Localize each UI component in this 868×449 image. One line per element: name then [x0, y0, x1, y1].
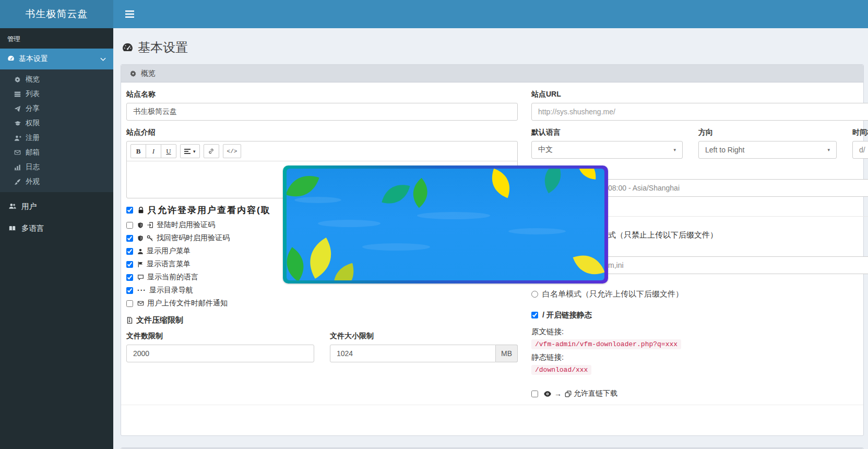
bold-button[interactable]: B	[130, 144, 146, 158]
sidebar-item-email[interactable]: 邮箱	[0, 145, 113, 160]
sidebar-item-multilang[interactable]: 多语言	[0, 218, 113, 238]
file-limits-row: 文件数限制 文件大小限制 MB	[126, 332, 518, 362]
time-format-label: 时间格式	[852, 128, 868, 137]
panel-title: 概览	[141, 69, 156, 78]
site-name-input[interactable]	[126, 103, 518, 121]
ellipsis-icon: ···	[137, 286, 146, 294]
sidebar-item-label: 多语言	[21, 223, 44, 233]
sidebar-item-basic-settings[interactable]: 基本设置	[0, 49, 113, 69]
hamburger-icon	[125, 10, 134, 18]
envelope-icon	[13, 149, 22, 156]
align-dropdown-button[interactable]: ▾	[180, 144, 200, 158]
shield-icon	[137, 222, 144, 229]
sidebar-submenu: 概览 列表 分享 权限 注册 邮箱 日志 外观	[0, 69, 113, 192]
file-size-input[interactable]	[330, 345, 496, 362]
file-count-input[interactable]	[126, 345, 314, 362]
whitelist-mode-row: 白名单模式（只允许上传以下后缀文件）	[531, 289, 868, 299]
selected-value: 08:00 - Asia/Shanghai	[608, 184, 868, 192]
option-label: 只允许登录用户查看内容(取	[148, 204, 271, 216]
default-lang-select[interactable]: 中文 ▾	[531, 141, 683, 159]
link-button[interactable]	[204, 144, 219, 158]
sidebar-toggle-button[interactable]	[121, 5, 138, 23]
whitelist-mode-radio[interactable]	[531, 291, 538, 298]
original-link-label: 原文链接:	[531, 327, 868, 337]
overview-panel-heading: 概览	[121, 65, 863, 82]
selected-value: 中文	[538, 145, 670, 155]
direction-select[interactable]: Left to Right ▾	[698, 141, 837, 159]
panel-footer-space	[121, 405, 863, 435]
current-lang-checkbox[interactable]	[126, 274, 133, 281]
breadcrumb-nav-checkbox[interactable]	[126, 287, 133, 294]
sidebar-item-users[interactable]: 用户	[0, 196, 113, 216]
top-navbar: 书生极简云盘	[0, 0, 868, 28]
sidebar-item-appearance[interactable]: 外观	[0, 174, 113, 189]
login-only-checkbox[interactable]	[126, 207, 133, 214]
file-count-label: 文件数限制	[126, 332, 314, 341]
option-label: 登陆时启用验证码	[157, 220, 215, 230]
envelope-icon	[137, 300, 144, 306]
eye-icon	[544, 391, 551, 397]
sidebar-item-overview[interactable]: 概览	[0, 72, 113, 87]
editor-toolbar: B I U ▾	[127, 141, 517, 161]
static-link-label: / 开启链接静态	[542, 310, 592, 320]
code-view-button[interactable]: </>	[223, 144, 242, 158]
sidebar-item-permissions[interactable]: 权限	[0, 116, 113, 131]
site-name-label: 站点名称	[126, 90, 518, 99]
selected-value: Left to Right	[705, 146, 824, 154]
bar-chart-icon	[13, 164, 22, 171]
sidebar-item-share[interactable]: 分享	[0, 101, 113, 116]
locale-row: 默认语言 中文 ▾ 方向 Left to Right ▾	[531, 128, 868, 159]
caret-down-icon: ▾	[673, 147, 676, 152]
sidebar-item-label: 列表	[26, 89, 40, 99]
selected-value: d/	[859, 146, 868, 154]
login-captcha-checkbox[interactable]	[126, 222, 133, 229]
user-menu-checkbox[interactable]	[126, 248, 133, 255]
sidebar-item-logs[interactable]: 日志	[0, 160, 113, 174]
shield-icon	[137, 235, 144, 242]
sidebar-item-label: 分享	[26, 104, 40, 113]
preview-image-canvas	[287, 169, 604, 280]
time-format-select[interactable]: d/	[852, 141, 868, 159]
caret-down-icon: ▾	[827, 147, 830, 152]
sidebar-item-list[interactable]: 列表	[0, 87, 113, 101]
sidebar-item-label: 基本设置	[19, 54, 100, 64]
sidebar-item-label: 概览	[26, 75, 40, 84]
reset-captcha-checkbox[interactable]	[126, 235, 133, 242]
option-label: 显示目录导航	[149, 286, 193, 295]
static-url-block: 静态链接: /download/xxx	[531, 352, 868, 375]
link-icon	[208, 148, 215, 155]
site-url-input[interactable]	[531, 103, 868, 121]
graduation-cap-icon	[13, 120, 22, 127]
direct-download-checkbox[interactable]	[531, 391, 538, 397]
paint-brush-icon	[13, 179, 22, 185]
italic-button[interactable]: I	[146, 144, 161, 158]
option-label: 用户上传文件时邮件通知	[147, 299, 228, 308]
sidebar-item-label: 外观	[26, 177, 40, 186]
site-intro-label: 站点介绍	[126, 128, 518, 137]
preview-image	[283, 166, 608, 283]
leaves-graphic	[287, 169, 604, 280]
original-link-code: /vfm-admin/vfm-downloader.php?q=xxx	[531, 339, 681, 349]
section-title: 文件压缩限制	[136, 315, 183, 325]
clone-icon	[565, 391, 572, 397]
page-title: 基本设置	[138, 39, 188, 56]
sidebar-item-register[interactable]: 注册	[0, 131, 113, 145]
dashboard-icon	[122, 42, 133, 53]
app-logo[interactable]: 书生极简云盘	[0, 0, 113, 28]
option-label: 找回密码时启用验证码	[157, 233, 230, 243]
static-link-row: / 开启链接静态	[531, 310, 868, 320]
file-size-unit-addon: MB	[496, 345, 518, 362]
upload-mail-checkbox[interactable]	[126, 300, 133, 307]
list-icon	[13, 91, 22, 98]
underline-button[interactable]: U	[161, 144, 176, 158]
sidebar-item-label: 邮箱	[26, 148, 40, 157]
key-icon	[147, 235, 153, 242]
navbar-bar	[113, 0, 868, 28]
site-url-label: 站点URL	[531, 90, 868, 99]
static-link-checkbox[interactable]	[531, 312, 538, 318]
sign-in-icon	[147, 222, 153, 228]
lock-icon	[137, 206, 145, 214]
sidebar: 管理 基本设置 概览 列表 分享 权限 注册	[0, 28, 113, 449]
flag-icon	[137, 261, 144, 268]
lang-menu-checkbox[interactable]	[126, 261, 133, 268]
